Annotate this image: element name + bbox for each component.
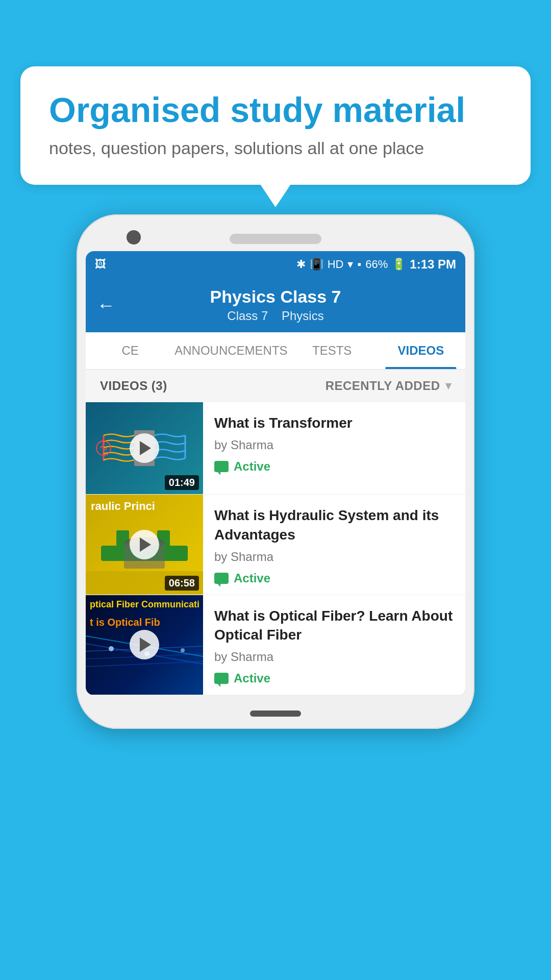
play-button-1[interactable] [130, 433, 159, 463]
back-button[interactable]: ← [97, 295, 115, 316]
svg-point-15 [109, 646, 114, 651]
status-label-3: Active [234, 671, 270, 685]
svg-point-17 [181, 648, 185, 652]
video-title-3: What is Optical Fiber? Learn About Optic… [214, 606, 454, 645]
video-title-1: What is Transformer [214, 413, 454, 433]
bubble-subtitle: notes, question papers, solutions all at… [49, 138, 502, 158]
chat-icon-2 [214, 573, 229, 584]
video-thumb-3: ptical Fiber Communicati t is Optical Fi… [86, 595, 203, 695]
app-header: ← Physics Class 7 Class 7 Physics [86, 278, 465, 332]
signal-icon: ▪ [357, 258, 361, 271]
video-list: 01:49 What is Transformer by Sharma Acti… [86, 402, 465, 695]
video-info-3: What is Optical Fiber? Learn About Optic… [203, 595, 465, 695]
video-author-3: by Sharma [214, 650, 454, 664]
tabs-bar: CE ANNOUNCEMENTS TESTS VIDEOS [86, 332, 465, 370]
sort-dropdown[interactable]: RECENTLY ADDED ▾ [325, 379, 451, 393]
tab-videos[interactable]: VIDEOS [377, 332, 465, 369]
wifi-icon: ▾ [347, 258, 353, 271]
hd-badge: HD [328, 258, 344, 271]
play-button-2[interactable] [130, 530, 159, 559]
header-subtitle: Class 7 Physics [116, 309, 435, 323]
vibrate-icon: 📳 [310, 258, 323, 271]
photo-icon: 🖼 [95, 258, 106, 271]
video-title-2: What is Hydraulic System and its Advanta… [214, 506, 454, 545]
battery-level: 66% [365, 258, 388, 271]
video-author-2: by Sharma [214, 550, 454, 564]
video-info-1: What is Transformer by Sharma Active [203, 402, 465, 494]
speech-bubble: Organised study material notes, question… [20, 66, 531, 185]
video-thumb-2: raulic Princi [86, 495, 203, 595]
chat-icon-3 [214, 673, 229, 684]
header-title: Physics Class 7 [116, 287, 435, 307]
phone-top [86, 224, 465, 251]
battery-icon: 🔋 [392, 258, 406, 271]
video-thumb-1: 01:49 [86, 402, 203, 494]
status-right: ✱ 📳 HD ▾ ▪ 66% 🔋 1:13 PM [296, 257, 456, 272]
bluetooth-icon: ✱ [296, 258, 306, 271]
phone-bottom [86, 695, 465, 720]
header-subject: Physics [282, 309, 324, 323]
status-label-2: Active [234, 571, 270, 585]
video-count-label: VIDEOS (3) [100, 379, 167, 393]
tab-ce[interactable]: CE [86, 332, 174, 369]
header-class: Class 7 [227, 309, 268, 323]
speaker [230, 234, 321, 244]
video-item-3[interactable]: ptical Fiber Communicati t is Optical Fi… [86, 595, 465, 696]
video-item-1[interactable]: 01:49 What is Transformer by Sharma Acti… [86, 402, 465, 495]
chevron-down-icon: ▾ [445, 379, 452, 393]
home-indicator [250, 710, 301, 717]
video-author-1: by Sharma [214, 438, 454, 452]
video-info-2: What is Hydraulic System and its Advanta… [203, 495, 465, 595]
phone-mockup: 🖼 ✱ 📳 HD ▾ ▪ 66% 🔋 1:13 PM ← Physics Cla… [77, 214, 474, 729]
sort-label: RECENTLY ADDED [325, 379, 440, 393]
video-item-2[interactable]: raulic Princi [86, 495, 465, 595]
bubble-title: Organised study material [49, 91, 502, 129]
tab-announcements[interactable]: ANNOUNCEMENTS [174, 332, 287, 369]
status-label-1: Active [234, 459, 270, 474]
video-duration-1: 01:49 [165, 475, 199, 490]
svg-line-14 [86, 662, 203, 667]
video-status-1: Active [214, 459, 454, 474]
video-status-3: Active [214, 671, 454, 685]
status-bar: 🖼 ✱ 📳 HD ▾ ▪ 66% 🔋 1:13 PM [86, 251, 465, 278]
video-duration-2: 06:58 [165, 576, 199, 591]
filter-bar: VIDEOS (3) RECENTLY ADDED ▾ [86, 370, 465, 402]
camera [127, 230, 141, 244]
play-button-3[interactable] [130, 630, 159, 659]
time-display: 1:13 PM [410, 257, 456, 272]
phone-screen: 🖼 ✱ 📳 HD ▾ ▪ 66% 🔋 1:13 PM ← Physics Cla… [86, 251, 465, 695]
chat-icon-1 [214, 461, 229, 472]
tab-tests[interactable]: TESTS [288, 332, 377, 369]
status-left: 🖼 [95, 258, 106, 271]
video-status-2: Active [214, 571, 454, 585]
